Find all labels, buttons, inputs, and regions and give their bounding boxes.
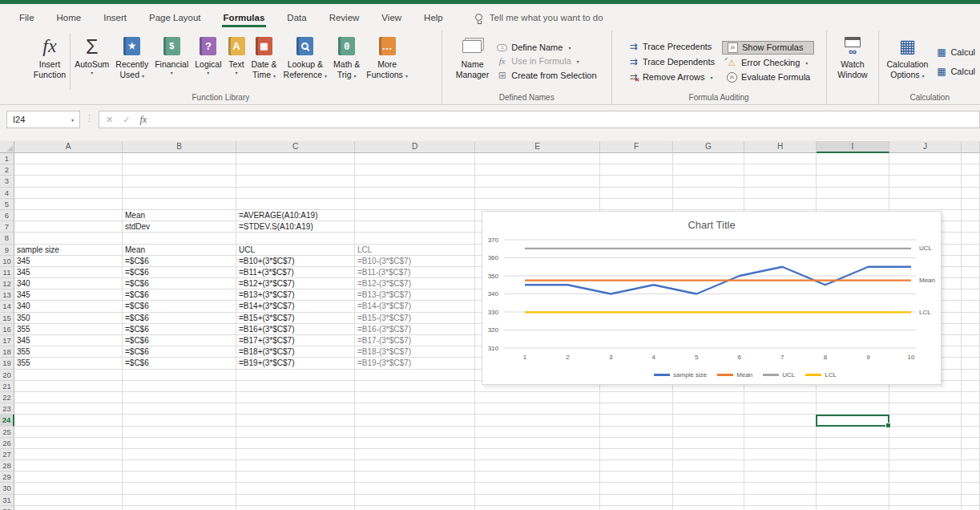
grid-cell[interactable] — [14, 449, 123, 460]
grid-cell[interactable]: 345 — [14, 335, 123, 346]
grid-cell[interactable] — [673, 506, 744, 510]
grid-cell[interactable] — [123, 188, 236, 199]
grid-cell[interactable]: =B12-(3*$C$7) — [355, 278, 475, 289]
trace-dependents-button[interactable]: ⇉ Trace Dependents — [623, 55, 719, 68]
grid-cell[interactable] — [355, 381, 475, 392]
grid-cell[interactable] — [962, 392, 980, 403]
grid-cell[interactable]: =B13-(3*$C$7) — [355, 289, 475, 301]
grid-cell[interactable] — [236, 472, 355, 483]
grid-cell[interactable] — [14, 495, 123, 506]
grid-cell[interactable] — [475, 483, 600, 494]
grid-cell[interactable] — [14, 472, 123, 483]
grid-cell[interactable] — [236, 495, 355, 506]
row-header-18[interactable]: 18 — [0, 346, 14, 358]
grid-cell[interactable] — [817, 483, 889, 494]
lookup-reference-button[interactable]: Lookup & Reference▾ — [280, 31, 330, 92]
column-header-J[interactable]: J — [889, 141, 962, 153]
grid-cell[interactable] — [14, 392, 123, 403]
grid-cell[interactable]: =B14-(3*$C$7) — [355, 301, 475, 312]
grid-cell[interactable]: =B15-(3*$C$7) — [355, 313, 475, 324]
grid-cell[interactable] — [817, 199, 889, 210]
grid-cell[interactable] — [236, 403, 355, 415]
row-header-25[interactable]: 25 — [0, 427, 14, 438]
row-header-14[interactable]: 14 — [0, 301, 14, 312]
tab-data[interactable]: Data — [276, 4, 317, 30]
grid-cell[interactable] — [355, 506, 475, 510]
grid-cell[interactable] — [962, 289, 980, 301]
grid-cell[interactable] — [236, 392, 355, 403]
grid-cell[interactable] — [744, 153, 817, 164]
row-header-8[interactable]: 8 — [0, 233, 14, 244]
insert-function-fx-icon[interactable]: fx — [139, 114, 147, 126]
grid-cell[interactable] — [123, 472, 236, 483]
legend-item-UCL[interactable]: UCL — [763, 371, 795, 378]
error-checking-button[interactable]: ✓⚠ Error Checking ▾ — [722, 57, 814, 69]
grid-cell[interactable] — [14, 506, 123, 510]
row-header-21[interactable]: 21 — [0, 381, 14, 392]
cancel-icon[interactable]: ✕ — [106, 115, 113, 125]
grid-cell[interactable] — [600, 199, 673, 210]
grid-cell[interactable] — [475, 188, 600, 199]
grid-cell[interactable] — [673, 438, 744, 449]
tell-me-box[interactable]: Tell me what you want to do — [475, 4, 603, 30]
grid-cell[interactable] — [475, 176, 600, 187]
grid-cell[interactable] — [600, 153, 673, 164]
grid-cell[interactable] — [14, 438, 123, 449]
financial-button[interactable]: $ Financial ▾ — [151, 31, 192, 92]
grid-cell[interactable]: =$C$6 — [123, 335, 236, 346]
grid-cell[interactable] — [14, 483, 123, 494]
row-header-12[interactable]: 12 — [0, 278, 14, 289]
grid-cell[interactable] — [475, 153, 600, 164]
autosum-button[interactable]: Σ AutoSum ▾ — [71, 31, 112, 92]
grid-cell[interactable] — [355, 153, 475, 164]
grid-cell[interactable] — [962, 153, 980, 164]
grid-cell[interactable] — [355, 221, 475, 233]
grid-cell[interactable] — [673, 176, 744, 187]
grid-cell[interactable] — [962, 233, 980, 244]
tab-formulas[interactable]: Formulas — [212, 4, 276, 30]
grid-cell[interactable]: =B16-(3*$C$7) — [355, 324, 475, 335]
grid-cell[interactable]: Mean — [123, 245, 236, 256]
grid-cell[interactable] — [962, 449, 980, 460]
grid-cell[interactable] — [123, 415, 236, 426]
row-header-28[interactable]: 28 — [0, 460, 14, 472]
grid-cell[interactable] — [962, 199, 980, 210]
grid-cell[interactable] — [355, 164, 475, 176]
grid-cell[interactable]: =B19-(3*$C$7) — [355, 358, 475, 369]
grid-cell[interactable] — [236, 381, 355, 392]
grid-cell[interactable] — [744, 472, 817, 483]
grid-cell[interactable]: =B11-(3*$C$7) — [355, 267, 475, 278]
grid-cell[interactable]: 345 — [14, 267, 123, 278]
text-button[interactable]: A Text ▾ — [225, 31, 248, 92]
formula-input[interactable] — [153, 111, 980, 128]
grid-cell[interactable] — [962, 506, 980, 510]
grid-cell[interactable] — [673, 427, 744, 438]
grid-cell[interactable] — [962, 188, 980, 199]
recently-used-button[interactable]: ★ Recently Used▾ — [112, 31, 151, 92]
grid-cell[interactable] — [817, 495, 889, 506]
row-header-2[interactable]: 2 — [0, 164, 14, 176]
grid-cell[interactable]: =B14+(3*$C$7) — [236, 301, 355, 312]
column-header-partial[interactable] — [962, 141, 980, 153]
grid-cell[interactable] — [475, 495, 600, 506]
grid-cell[interactable] — [889, 472, 962, 483]
grid-cell[interactable] — [14, 415, 123, 426]
grid-cell[interactable] — [600, 176, 673, 187]
grid-cell[interactable] — [962, 460, 980, 472]
grid-cell[interactable] — [475, 506, 600, 510]
grid-cell[interactable] — [817, 506, 889, 510]
grid-cell[interactable] — [123, 370, 236, 381]
grid-cell[interactable]: 340 — [14, 301, 123, 312]
grid-cell[interactable] — [962, 427, 980, 438]
grid-cell[interactable]: =B10-(3*$C$7) — [355, 256, 475, 267]
grid-cell[interactable]: sample size — [14, 245, 123, 256]
grid-cell[interactable]: 355 — [14, 324, 123, 335]
grid-cell[interactable] — [600, 460, 673, 472]
grid-cell[interactable] — [600, 188, 673, 199]
grid-cell[interactable] — [236, 506, 355, 510]
grid-cell[interactable] — [744, 176, 817, 187]
grid-cell[interactable] — [236, 370, 355, 381]
grid-cell[interactable] — [475, 438, 600, 449]
grid-cell[interactable] — [673, 483, 744, 494]
tab-file[interactable]: File — [8, 4, 46, 30]
